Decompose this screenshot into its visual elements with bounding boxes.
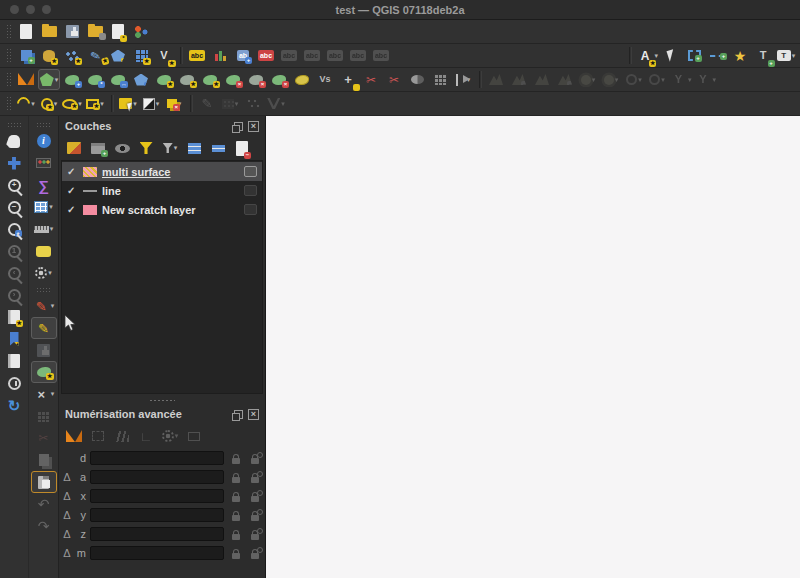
style-manager-button[interactable] (130, 21, 152, 42)
layer-labeling-button[interactable]: abc (186, 45, 208, 66)
toolbar-handle[interactable] (36, 122, 51, 127)
filter-by-expression-button[interactable]: ▾ (159, 138, 181, 159)
filter-legend-button[interactable] (135, 138, 157, 159)
split-mesh-faces-dropdown-icon[interactable]: ▾ (688, 76, 692, 84)
new-scratch-layer-button[interactable]: ★ (107, 45, 129, 66)
manage-map-themes-button[interactable] (111, 138, 133, 159)
add-part-button[interactable]: ★ (199, 69, 221, 90)
reshape-features-button[interactable] (291, 69, 313, 90)
copy-move-feature-button[interactable]: * (84, 69, 106, 90)
new-shapefile-layer-button[interactable]: ✎★ (84, 45, 106, 66)
draw-circle-dropdown-icon[interactable]: ▾ (54, 100, 58, 108)
map-tips-button[interactable] (31, 240, 57, 262)
rotate-feature-button[interactable]: ↔ (107, 69, 129, 90)
text-annotation-bubble-dropdown-icon[interactable]: ▾ (792, 52, 796, 60)
force-by-selected-geometries-dropdown-icon[interactable]: ▾ (592, 76, 596, 84)
title-bar[interactable]: test — QGIS 07118deb2a (0, 0, 800, 20)
run-feature-action-button[interactable] (31, 152, 57, 174)
layer-row[interactable]: ✓line (62, 181, 262, 200)
save-project-button[interactable] (61, 21, 83, 42)
pan-map-button[interactable] (1, 130, 27, 152)
show-spatial-bookmarks-button[interactable]: ★ (1, 328, 27, 350)
scale-feature-button[interactable]: + (130, 69, 152, 90)
select-by-form-dropdown-icon[interactable]: ▾ (156, 100, 160, 108)
fill-ring-button[interactable]: × (222, 69, 244, 90)
float-panel-icon[interactable] (234, 410, 243, 419)
open-attribute-table-dropdown-icon[interactable]: ▾ (49, 203, 53, 211)
select-features-dropdown-icon[interactable]: ▾ (133, 100, 137, 108)
layer-visibility-checkbox[interactable]: ✓ (67, 166, 78, 177)
maximize-window-button[interactable] (42, 5, 51, 14)
move-feature-button[interactable]: + (61, 69, 83, 90)
toolbar-handle[interactable] (6, 24, 11, 39)
toolbar-handle[interactable] (6, 48, 11, 63)
collapse-all-button[interactable] (207, 138, 229, 159)
draw-ellipse-dropdown-icon[interactable]: ▾ (78, 100, 82, 108)
bookmark-manager-button[interactable] (1, 350, 27, 372)
draw-circular-string-dropdown-icon[interactable]: ▾ (31, 100, 35, 108)
marker-annotation-button[interactable]: ★ (729, 45, 751, 66)
digitize-spline-dropdown-icon[interactable]: ▾ (281, 100, 285, 108)
enable-advanced-digitizing-button[interactable] (63, 426, 85, 447)
map-canvas[interactable] (266, 116, 800, 578)
new-spatialite-layer-button[interactable]: ★ (38, 45, 60, 66)
main-annotation-layer-dropdown-icon[interactable]: ▾ (654, 52, 658, 60)
simplify-feature-button[interactable]: ★ (153, 69, 175, 90)
current-edits-dropdown-icon[interactable]: ▾ (51, 302, 55, 310)
shape-digitizing-button[interactable]: ▾ (38, 69, 60, 90)
toolbar-handle[interactable] (7, 122, 22, 127)
layer-diagram-button[interactable] (209, 45, 231, 66)
advanced-digitizing-tools-button[interactable] (15, 69, 37, 90)
rotate-point-symbols-button[interactable]: ▾ (452, 69, 474, 90)
new-virtual-layer-button[interactable]: V★ (153, 45, 175, 66)
draw-rectangle-dropdown-icon[interactable]: ▾ (100, 100, 104, 108)
filter-by-expression-dropdown-icon[interactable]: ▾ (174, 144, 178, 152)
identify-features-button[interactable]: i (31, 130, 57, 152)
close-window-button[interactable] (10, 5, 19, 14)
draw-circular-string-button[interactable]: ▾ (15, 93, 37, 114)
digitizing-settings-dropdown-icon[interactable]: ▾ (175, 432, 179, 440)
text-annotation-button[interactable]: T+ (752, 45, 774, 66)
statistical-summary-button[interactable]: ∑ (31, 174, 57, 196)
select-by-form-button[interactable]: ▾ (140, 93, 162, 114)
polygon-annotation-button[interactable]: + (683, 45, 705, 66)
zoom-to-selection-button[interactable]: + (1, 218, 27, 240)
add-ring-button[interactable]: ★ (176, 69, 198, 90)
reindex-mesh-dropdown-icon[interactable]: ▾ (638, 76, 642, 84)
change-label-button[interactable]: abc (255, 45, 277, 66)
line-annotation-button[interactable]: + (706, 45, 728, 66)
remove-layer-button[interactable]: − (231, 138, 253, 159)
merge-feature-attributes-button[interactable] (429, 69, 451, 90)
draw-rectangle-button[interactable]: ★▾ (84, 93, 106, 114)
expand-all-button[interactable] (183, 138, 205, 159)
layer-actions-dropdown-icon[interactable]: ▾ (48, 269, 52, 277)
trim-extend-button[interactable]: + (337, 69, 359, 90)
draw-circle-button[interactable]: ★▾ (38, 93, 60, 114)
project-properties-button[interactable]: * (107, 21, 129, 42)
vertex-tool-button[interactable]: ×▾ (31, 383, 57, 405)
measure-line-button[interactable]: ▾ (31, 218, 57, 240)
layer-visibility-checkbox[interactable]: ✓ (67, 204, 78, 215)
merge-features-button[interactable] (406, 69, 428, 90)
temporal-controller-button[interactable] (1, 372, 27, 394)
delete-ring-button[interactable]: × (245, 69, 267, 90)
layer-row[interactable]: ✓New scratch layer (62, 200, 262, 219)
toolbar-handle[interactable] (6, 96, 11, 111)
new-project-button[interactable] (15, 21, 37, 42)
open-project-button[interactable] (38, 21, 60, 42)
deselect-features-button[interactable]: ×▾ (163, 93, 185, 114)
new-point-cloud-layer-button[interactable]: ★ (61, 45, 83, 66)
split-features-button[interactable]: ✂ (360, 69, 382, 90)
refresh-map-button[interactable]: ↻ (1, 394, 27, 416)
paste-features-button[interactable] (31, 471, 57, 493)
zoom-in-button[interactable]: + (1, 174, 27, 196)
open-attribute-table-button[interactable]: ▾ (31, 196, 57, 218)
delete-part-button[interactable]: × (268, 69, 290, 90)
layer-visibility-checkbox[interactable]: ✓ (67, 185, 78, 196)
toggle-editing-button[interactable]: ✎ (31, 317, 57, 339)
measure-line-dropdown-icon[interactable]: ▾ (50, 225, 54, 233)
move-label-button[interactable]: ab+ (232, 45, 254, 66)
close-panel-icon[interactable]: × (248, 409, 259, 420)
refine-mesh-dropdown-icon[interactable]: ▾ (661, 76, 665, 84)
smooth-mesh-dropdown-icon[interactable]: ▾ (615, 76, 619, 84)
